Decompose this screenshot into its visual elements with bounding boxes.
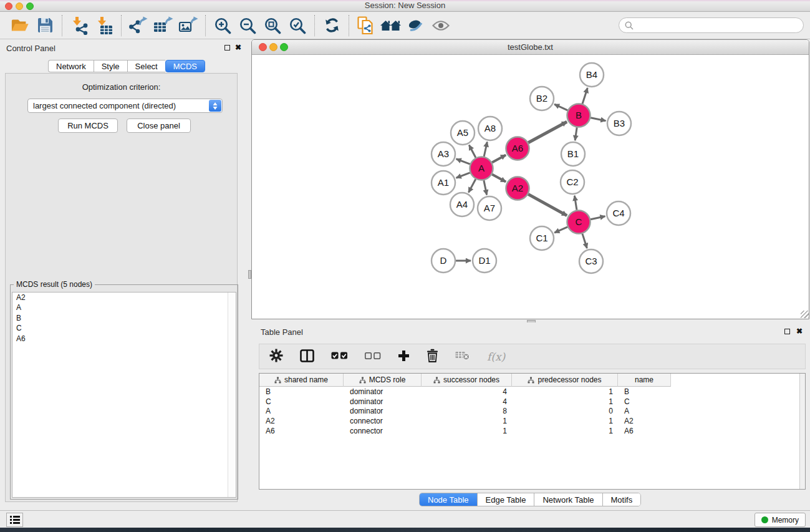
delete-column-icon[interactable] [427, 349, 438, 364]
refresh-view-icon[interactable] [319, 14, 344, 37]
table-cell[interactable]: dominator [344, 387, 422, 396]
network-close-button[interactable] [259, 43, 267, 51]
import-network-icon[interactable] [67, 14, 92, 37]
tab-network-table[interactable]: Network Table [534, 493, 602, 506]
import-table-icon[interactable] [92, 14, 117, 37]
tab-style[interactable]: Style [94, 60, 127, 72]
table-row[interactable]: A2connector11A2 [259, 416, 805, 426]
edge-A-A7[interactable] [484, 180, 487, 195]
close-panel-icon[interactable]: ✖ [235, 44, 241, 51]
mcds-result-item[interactable]: B [12, 313, 236, 323]
tab-network[interactable]: Network [48, 60, 94, 72]
tab-node-table[interactable]: Node Table [420, 493, 478, 506]
close-window-button[interactable] [5, 2, 12, 10]
edge-B-B1[interactable] [575, 127, 577, 140]
tab-mcds[interactable]: MCDS [165, 60, 205, 72]
table-cell[interactable]: A [618, 407, 671, 415]
edge-A-A5[interactable] [469, 145, 476, 157]
edge-A-A2[interactable] [492, 174, 506, 181]
minimize-window-button[interactable] [16, 2, 23, 10]
search-input[interactable] [637, 21, 803, 30]
edge-C-C3[interactable] [582, 234, 587, 248]
window-resize-handle[interactable] [801, 311, 809, 318]
float-table-panel-icon[interactable] [784, 329, 790, 334]
table-cell[interactable]: 4 [422, 397, 512, 406]
mcds-result-item[interactable]: A2 [12, 293, 236, 302]
table-cell[interactable]: 1 [512, 427, 618, 435]
edge-B-B2[interactable] [554, 104, 567, 110]
table-cell[interactable]: A2 [259, 417, 344, 425]
save-session-icon[interactable] [32, 14, 57, 37]
edge-B-B3[interactable] [591, 118, 605, 121]
table-cell[interactable]: 8 [422, 407, 512, 415]
mcds-result-item[interactable]: C [12, 323, 236, 333]
column-header-successor-nodes[interactable]: successor nodes [422, 374, 512, 387]
table-cell[interactable]: dominator [344, 397, 422, 406]
column-header-shared-name[interactable]: shared name [259, 374, 344, 387]
result-list-scrollbar[interactable] [228, 293, 236, 497]
mcds-result-item[interactable]: A6 [12, 334, 236, 344]
table-cell[interactable]: C [259, 397, 344, 406]
clone-network-icon[interactable] [354, 14, 378, 37]
close-table-panel-icon[interactable]: ✖ [796, 328, 803, 334]
table-cell[interactable]: 4 [422, 387, 512, 396]
column-header-name[interactable]: name [618, 374, 671, 387]
zoom-in-icon[interactable] [210, 14, 235, 37]
run-mcds-button[interactable]: Run MCDS [58, 118, 118, 133]
zoom-out-icon[interactable] [235, 14, 260, 37]
table-cell[interactable]: 1 [512, 397, 618, 406]
network-zoom-button[interactable] [280, 43, 288, 51]
search-field[interactable] [619, 17, 804, 33]
table-row[interactable]: Adominator80A [259, 406, 805, 416]
edge-A-A3[interactable] [456, 159, 470, 164]
table-cell[interactable]: 0 [512, 407, 618, 415]
edge-A2-C[interactable] [528, 194, 567, 215]
float-panel-icon[interactable] [224, 45, 230, 51]
table-cell[interactable]: dominator [344, 407, 422, 415]
edge-B-B4[interactable] [582, 88, 587, 104]
table-cell[interactable]: 1 [422, 427, 512, 435]
table-cell[interactable]: 1 [512, 417, 618, 425]
edge-A6-B[interactable] [528, 122, 567, 142]
memory-button[interactable]: Memory [755, 513, 806, 527]
column-header-MCDS-role[interactable]: MCDS role [344, 374, 422, 387]
zoom-window-button[interactable] [26, 2, 34, 10]
table-cell[interactable]: A [259, 407, 344, 415]
show-hide-panel-icon[interactable] [428, 14, 453, 37]
export-network-icon[interactable] [126, 14, 151, 37]
table-cell[interactable]: connector [344, 417, 422, 425]
settings-gear-icon[interactable] [269, 349, 283, 364]
table-cell[interactable]: A6 [259, 427, 344, 435]
network-minimize-button[interactable] [269, 43, 277, 51]
edge-C-C1[interactable] [554, 227, 567, 233]
function-builder-icon[interactable]: f(x) [487, 351, 505, 363]
mcds-result-list[interactable]: A2ABCA6 [12, 292, 236, 498]
edge-A-A4[interactable] [468, 179, 475, 192]
toggle-details-icon[interactable] [403, 14, 428, 37]
task-history-button[interactable] [6, 513, 23, 527]
zoom-fit-icon[interactable] [260, 14, 285, 37]
tab-edge-table[interactable]: Edge Table [478, 493, 535, 506]
table-cell[interactable]: connector [344, 427, 422, 435]
tab-motifs[interactable]: Motifs [603, 493, 641, 506]
close-panel-button[interactable]: Close panel [127, 118, 191, 133]
edge-A-A1[interactable] [456, 173, 470, 178]
node-table[interactable]: shared nameMCDS rolesuccessor nodesprede… [259, 373, 806, 490]
table-cell[interactable]: B [259, 387, 344, 396]
add-column-icon[interactable] [398, 350, 410, 364]
table-cell[interactable]: A2 [618, 417, 671, 425]
table-cell[interactable]: 1 [422, 417, 512, 425]
table-cell[interactable]: A6 [618, 427, 671, 435]
zoom-selected-icon[interactable] [285, 14, 310, 37]
edge-C-C4[interactable] [591, 216, 605, 220]
export-table-icon[interactable] [151, 14, 176, 37]
open-session-icon[interactable] [7, 14, 32, 37]
table-scrollbar[interactable] [799, 374, 805, 489]
home-layout-icon[interactable] [378, 14, 403, 37]
table-cell[interactable]: C [618, 397, 671, 406]
edge-A-A8[interactable] [484, 142, 487, 156]
network-view[interactable]: B4B2BB3A5A8A6B1A3AC2A1A2A4A7C4CC1DD1C3 [252, 55, 809, 319]
criterion-dropdown[interactable]: largest connected component (directed) [27, 99, 223, 113]
desktop-vscrollbar-thumb[interactable] [248, 270, 251, 279]
deselect-all-checks-icon[interactable] [365, 352, 381, 361]
